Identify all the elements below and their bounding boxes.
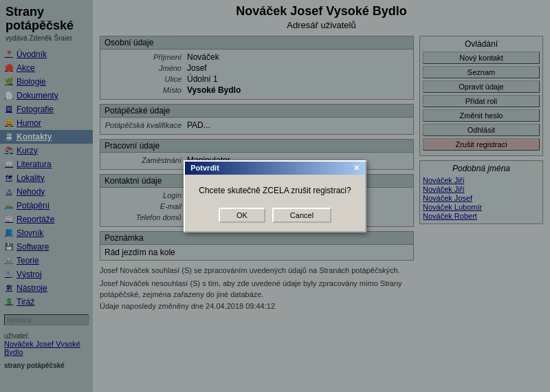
modal-ok-button[interactable]: OK: [219, 208, 265, 223]
modal-close-icon[interactable]: ✕: [353, 164, 360, 173]
modal-buttons: OK Cancel: [185, 202, 364, 231]
modal-title: Potvrdit: [190, 164, 219, 172]
modal-cancel-button[interactable]: Cancel: [272, 208, 331, 223]
modal-body: Chcete skutečně ZCELA zrušit registraci?: [185, 175, 364, 202]
modal-titlebar: Potvrdit ✕: [185, 162, 364, 175]
modal-overlay: Potvrdit ✕ Chcete skutečně ZCELA zrušit …: [0, 0, 550, 392]
modal-message: Chcete skutečně ZCELA zrušit registraci?: [199, 186, 351, 195]
modal-dialog: Potvrdit ✕ Chcete skutečně ZCELA zrušit …: [184, 160, 366, 232]
